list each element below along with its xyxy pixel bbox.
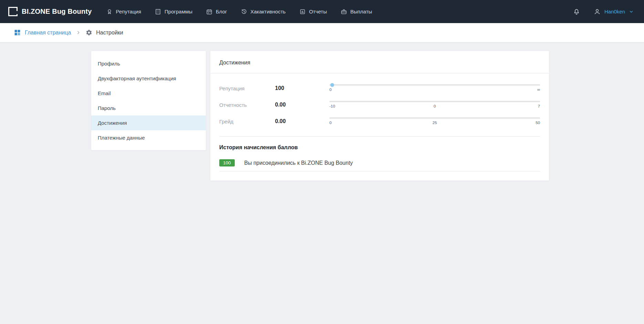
main-navigation: Репутация Программы Блог Хакактивность О… bbox=[106, 9, 372, 15]
chevron-right-icon bbox=[76, 30, 81, 35]
tick-mid: 25 bbox=[433, 121, 437, 125]
metric-value: 100 bbox=[275, 85, 329, 91]
briefcase-icon bbox=[341, 9, 347, 15]
gear-icon bbox=[86, 29, 92, 36]
nav-item-label: Отчеты bbox=[309, 9, 327, 14]
dashboard-grid-icon bbox=[14, 29, 21, 36]
metric-row-grade: Грейд 0.00 0 25 50 bbox=[219, 117, 540, 126]
menu-item-achievements[interactable]: Достижения bbox=[91, 115, 206, 130]
metric-row-reputation: Репутация 100 0 ∞ bbox=[219, 84, 540, 93]
breadcrumb: Главная страница Настройки bbox=[0, 23, 644, 42]
metric-label: Отчетность bbox=[219, 102, 275, 108]
brand-title: BI.ZONE Bug Bounty bbox=[22, 8, 92, 16]
history-entry: 100 Вы присоединились к Bi.ZONE Bug Boun… bbox=[219, 159, 540, 171]
brand-logo-link[interactable]: BI.ZONE Bug Bounty bbox=[8, 7, 92, 16]
breadcrumb-settings[interactable]: Настройки bbox=[86, 29, 123, 36]
nav-item-label: Блог bbox=[216, 9, 227, 14]
nav-item-programs[interactable]: Программы bbox=[155, 9, 192, 15]
slider-ticks: 0 25 50 bbox=[329, 121, 540, 126]
report-chart-icon bbox=[299, 9, 306, 15]
achievements-panel: Достижения Репутация 100 0 ∞ Отчетн bbox=[210, 51, 549, 181]
nav-item-label: Выплаты bbox=[350, 9, 372, 14]
nav-item-reports[interactable]: Отчеты bbox=[299, 9, 327, 15]
reputation-marker bbox=[330, 83, 334, 87]
tick-max: ∞ bbox=[537, 88, 540, 93]
points-history-section: История начисления баллов 100 Вы присоед… bbox=[219, 136, 540, 181]
settings-menu: Профиль Двухфакторная аутентификация Ema… bbox=[91, 51, 206, 150]
menu-item-2fa[interactable]: Двухфакторная аутентификация bbox=[91, 71, 206, 86]
breadcrumb-home-label: Главная страница bbox=[25, 30, 71, 36]
breadcrumb-current-label: Настройки bbox=[96, 30, 123, 36]
notifications-bell-icon[interactable] bbox=[573, 8, 580, 15]
tick-max: 50 bbox=[536, 121, 540, 126]
slider-ticks: 0 ∞ bbox=[329, 88, 540, 93]
top-navbar: BI.ZONE Bug Bounty Репутация Программы Б… bbox=[0, 0, 644, 23]
points-badge: 100 bbox=[219, 159, 235, 166]
breadcrumb-home-link[interactable]: Главная страница bbox=[14, 29, 71, 36]
navbar-right: Han0ken bbox=[573, 8, 634, 15]
nav-item-hackactivity[interactable]: Хакактивность bbox=[241, 9, 286, 15]
metric-label: Репутация bbox=[219, 85, 275, 91]
grade-scale: 0 25 50 bbox=[329, 117, 540, 126]
menu-item-email[interactable]: Email bbox=[91, 86, 206, 101]
username: Han0ken bbox=[604, 9, 625, 14]
user-menu[interactable]: Han0ken bbox=[594, 8, 634, 15]
history-entry-text: Вы присоединились к Bi.ZONE Bug Bounty bbox=[244, 160, 353, 166]
menu-item-password[interactable]: Пароль bbox=[91, 101, 206, 115]
tick-min: 0 bbox=[329, 88, 331, 93]
bizone-logo-icon bbox=[8, 7, 18, 16]
medal-icon bbox=[106, 9, 113, 15]
nav-item-label: Программы bbox=[165, 9, 192, 14]
reporting-scale: -10 0 7 bbox=[329, 100, 540, 109]
tick-min: 0 bbox=[329, 121, 331, 126]
slider-track bbox=[329, 118, 540, 119]
main-content: Профиль Двухфакторная аутентификация Ema… bbox=[91, 51, 644, 181]
metric-value: 0.00 bbox=[275, 118, 329, 124]
tick-mid: 0 bbox=[434, 104, 436, 108]
tick-min: -10 bbox=[329, 104, 335, 109]
tick-max: 7 bbox=[538, 104, 540, 109]
nav-item-blog[interactable]: Блог bbox=[206, 9, 227, 15]
menu-item-payment-data[interactable]: Платежные данные bbox=[91, 130, 206, 145]
reputation-scale: 0 ∞ bbox=[329, 84, 540, 93]
metric-label: Грейд bbox=[219, 119, 275, 124]
metric-value: 0.00 bbox=[275, 102, 329, 108]
panel-title: Достижения bbox=[210, 51, 549, 73]
nav-item-label: Репутация bbox=[116, 9, 141, 14]
metrics-section: Репутация 100 0 ∞ Отчетность 0.00 bbox=[219, 73, 540, 136]
menu-item-profile[interactable]: Профиль bbox=[91, 56, 206, 71]
slider-ticks: -10 0 7 bbox=[329, 104, 540, 109]
building-icon bbox=[155, 9, 161, 15]
points-history-title: История начисления баллов bbox=[219, 144, 540, 151]
history-icon bbox=[241, 9, 247, 15]
slider-track bbox=[329, 101, 540, 102]
slider-track bbox=[329, 84, 540, 86]
calendar-icon bbox=[206, 9, 212, 15]
metric-row-reporting: Отчетность 0.00 -10 0 7 bbox=[219, 100, 540, 109]
nav-item-label: Хакактивность bbox=[251, 9, 286, 14]
chevron-down-icon bbox=[629, 9, 634, 14]
nav-item-payouts[interactable]: Выплаты bbox=[341, 9, 372, 15]
user-icon bbox=[594, 8, 601, 15]
nav-item-reputation[interactable]: Репутация bbox=[106, 9, 141, 15]
